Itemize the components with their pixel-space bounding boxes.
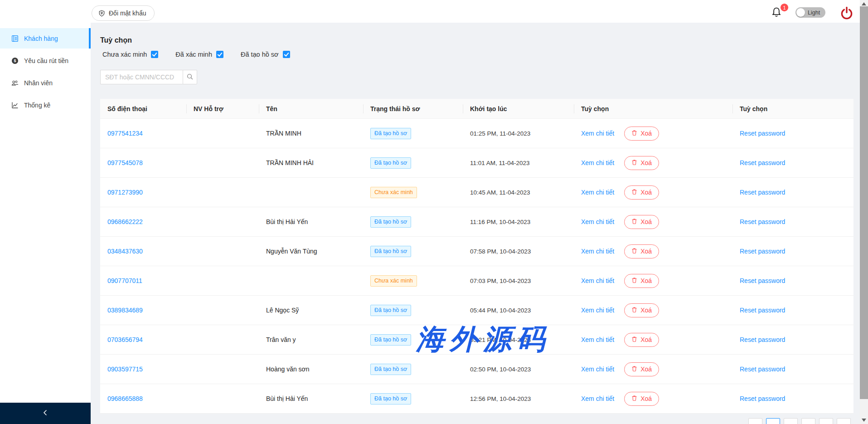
filter-checkbox-2[interactable]: Đã xác minh — [175, 51, 223, 58]
table-row: 0903597715 Hoàng văn sơn Đã tạo hồ sơ 02… — [100, 355, 853, 384]
phone-link[interactable]: 0703656794 — [107, 336, 143, 343]
logout-power-button[interactable] — [839, 6, 854, 20]
phone-link[interactable]: 0348437630 — [107, 248, 143, 255]
phone-link[interactable]: 0907707011 — [107, 277, 142, 284]
page-scrollbar[interactable] — [860, 0, 868, 424]
top-header-bar: Đổi mật khẩu 1 Light — [0, 0, 860, 23]
view-details-link[interactable]: Xem chi tiết — [581, 366, 614, 373]
table-header-row: Số điện thoạiNV Hỗ trợTênTrạng thái hồ s… — [100, 99, 853, 119]
pagination-page-5[interactable] — [819, 418, 833, 424]
reset-password-link[interactable]: Reset password — [740, 395, 785, 402]
search-button[interactable] — [183, 70, 197, 84]
sidebar-item-label: Thống kê — [24, 102, 50, 109]
reset-password-link[interactable]: Reset password — [740, 130, 785, 137]
view-details-link[interactable]: Xem chi tiết — [581, 307, 614, 314]
delete-button[interactable]: Xoá — [624, 244, 659, 258]
status-badge: Đã tạo hồ sơ — [370, 246, 411, 257]
sidebar-item-2[interactable]: $Yêu cầu rút tiền — [0, 50, 91, 71]
scroll-down-icon[interactable] — [862, 419, 866, 422]
delete-button[interactable]: Xoá — [624, 362, 659, 376]
reset-password-link[interactable]: Reset password — [740, 336, 785, 343]
phone-link[interactable]: 0968665888 — [107, 395, 143, 402]
name-cell: Hoàng văn sơn — [259, 366, 363, 373]
scroll-up-icon[interactable] — [862, 2, 866, 5]
reset-password-link[interactable]: Reset password — [740, 189, 785, 196]
sidebar-collapse-button[interactable] — [0, 403, 91, 424]
status-badge: Đã tạo hồ sơ — [370, 216, 411, 228]
created-at-cell: 11:01 AM, 11-04-2023 — [463, 160, 574, 166]
reset-password-link[interactable]: Reset password — [740, 307, 785, 314]
created-at-cell: 01:25 PM, 11-04-2023 — [463, 130, 574, 137]
column-header-1: Số điện thoại — [100, 99, 186, 119]
table-body: 0977541234 TRẦN MINH Đã tạo hồ sơ 01:25 … — [100, 119, 853, 414]
view-details-link[interactable]: Xem chi tiết — [581, 336, 614, 343]
pagination-page-6[interactable] — [837, 418, 851, 424]
checkbox-label: Đã tạo hồ sơ — [241, 51, 279, 58]
delete-label: Xoá — [640, 248, 652, 255]
view-details-link[interactable]: Xem chi tiết — [581, 130, 614, 137]
change-password-button[interactable]: Đổi mật khẩu — [92, 5, 155, 21]
table-row: 0968665888 Bùi thị Hải Yến Đã tạo hồ sơ … — [100, 384, 853, 414]
checkbox-checked-icon[interactable] — [216, 51, 223, 58]
filter-checkbox-1[interactable]: Chưa xác minh — [102, 51, 158, 58]
reset-password-link[interactable]: Reset password — [740, 159, 785, 166]
table-row: 0968662222 Bùi thị Hải Yến Đã tạo hồ sơ … — [100, 207, 853, 237]
filters-title: Tuỳ chọn — [100, 36, 132, 44]
delete-button[interactable]: Xoá — [624, 333, 659, 347]
delete-label: Xoá — [640, 189, 652, 196]
pagination-page-3[interactable] — [784, 418, 798, 424]
phone-link[interactable]: 0971273990 — [107, 189, 143, 196]
status-badge: Đã tạo hồ sơ — [370, 334, 411, 346]
reset-password-link[interactable]: Reset password — [740, 218, 785, 225]
search-input[interactable] — [100, 70, 183, 84]
dollar-circle-icon: $ — [11, 57, 19, 64]
pagination-page-4[interactable] — [801, 418, 815, 424]
phone-link[interactable]: 0977545078 — [107, 159, 143, 166]
delete-button[interactable]: Xoá — [624, 303, 659, 317]
phone-link[interactable]: 0389834689 — [107, 307, 143, 314]
status-badge: Đã tạo hồ sơ — [370, 364, 411, 375]
view-details-link[interactable]: Xem chi tiết — [581, 248, 614, 255]
pagination-page-1[interactable] — [748, 418, 762, 424]
delete-button[interactable]: Xoá — [624, 185, 659, 200]
status-badge: Đã tạo hồ sơ — [370, 393, 411, 405]
trash-icon — [631, 336, 637, 344]
pagination-page-2[interactable] — [766, 418, 780, 424]
reset-password-link[interactable]: Reset password — [740, 277, 785, 284]
checkbox-checked-icon[interactable] — [151, 51, 158, 58]
reset-password-link[interactable]: Reset password — [740, 248, 785, 255]
view-details-link[interactable]: Xem chi tiết — [581, 189, 614, 196]
sidebar-item-3[interactable]: Nhân viên — [0, 73, 91, 93]
delete-button[interactable]: Xoá — [624, 215, 659, 229]
reset-password-link[interactable]: Reset password — [740, 366, 785, 373]
checkbox-checked-icon[interactable] — [283, 51, 290, 58]
phone-link[interactable]: 0903597715 — [107, 366, 143, 373]
delete-button[interactable]: Xoá — [624, 392, 659, 406]
filter-checkbox-3[interactable]: Đã tạo hồ sơ — [241, 51, 290, 58]
created-at-cell: 03:21 PM, 10-04-2023 — [463, 336, 574, 343]
notifications-button[interactable]: 1 — [771, 6, 784, 20]
sidebar-item-1[interactable]: Khách hàng — [0, 28, 91, 49]
team-icon — [11, 79, 19, 87]
phone-link[interactable]: 0968662222 — [107, 218, 143, 225]
theme-toggle-label: Light — [808, 10, 820, 16]
created-at-cell: 07:03 PM, 10-04-2023 — [463, 278, 574, 284]
trash-icon — [631, 307, 637, 314]
column-header-4: Trạng thái hồ sơ — [363, 99, 463, 119]
delete-label: Xoá — [640, 218, 652, 225]
view-details-link[interactable]: Xem chi tiết — [581, 159, 614, 166]
theme-toggle[interactable]: Light — [795, 7, 825, 18]
delete-button[interactable]: Xoá — [624, 274, 659, 288]
scrollbar-thumb[interactable] — [860, 6, 868, 399]
view-details-link[interactable]: Xem chi tiết — [581, 277, 614, 284]
delete-button[interactable]: Xoá — [624, 127, 659, 141]
view-details-link[interactable]: Xem chi tiết — [581, 395, 614, 402]
customers-table: Số điện thoạiNV Hỗ trợTênTrạng thái hồ s… — [100, 99, 853, 414]
delete-button[interactable]: Xoá — [624, 156, 659, 170]
name-cell: TRẦN MINH HẢI — [259, 159, 363, 166]
status-badge: Chưa xác minh — [370, 187, 417, 198]
sidebar-item-4[interactable]: Thống kê — [0, 95, 91, 115]
phone-link[interactable]: 0977541234 — [107, 130, 143, 137]
view-details-link[interactable]: Xem chi tiết — [581, 218, 614, 225]
created-at-cell: 10:45 AM, 11-04-2023 — [463, 189, 574, 196]
